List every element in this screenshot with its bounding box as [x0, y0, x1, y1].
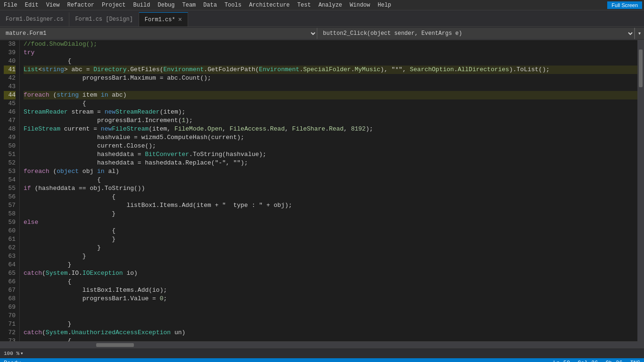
dropdown-right-button[interactable]: ▾ — [635, 28, 644, 39]
status-ch: Ch 26 — [605, 360, 622, 362]
line-number: 67 — [4, 286, 16, 295]
code-line: listBox1.Items.Add(io); — [24, 286, 637, 295]
zoom-dropdown-icon[interactable]: ▾ — [20, 350, 24, 356]
code-line: { — [24, 193, 637, 201]
editor-container: 3839404142434445464748495051525354555657… — [0, 40, 644, 341]
code-line: { — [24, 227, 637, 235]
code-line: catch(System.IO.IOException io) — [24, 269, 637, 278]
zoom-level: 100 % — [4, 351, 19, 356]
vertical-scrollbar[interactable] — [637, 40, 644, 341]
menu-data[interactable]: Data — [199, 1, 221, 9]
code-line: } — [24, 320, 637, 329]
code-line: catch(System.UnauthorizedAccessException… — [24, 329, 637, 337]
line-number: 46 — [4, 108, 16, 116]
line-number: 54 — [4, 176, 16, 184]
line-number: 45 — [4, 99, 16, 108]
code-line: progressBar1.Value = 0; — [24, 295, 637, 303]
line-number: 57 — [4, 201, 16, 210]
h-scrollbar-thumb[interactable] — [96, 343, 134, 347]
line-number: 40 — [4, 57, 16, 66]
class-selector[interactable]: mature.Form1 — [0, 28, 317, 39]
line-number: 64 — [4, 261, 16, 269]
code-line: { — [24, 57, 637, 66]
menu-file[interactable]: File — [0, 1, 21, 9]
menu-tools[interactable]: Tools — [221, 1, 245, 9]
tab-form1-designer[interactable]: Form1.Designer.cs — [0, 12, 69, 26]
scrollbar-thumb[interactable] — [639, 49, 643, 87]
line-number: 59 — [4, 218, 16, 227]
line-number: 60 — [4, 227, 16, 235]
menu-project[interactable]: Project — [98, 1, 129, 9]
status-ln: Ln 58 — [553, 360, 570, 362]
menu-bar: File Edit View Refactor Project Build De… — [0, 0, 644, 10]
line-number: 73 — [4, 337, 16, 341]
menu-test[interactable]: Test — [294, 1, 315, 9]
tab-form1-design[interactable]: Form1.cs [Design] — [69, 12, 139, 26]
menu-build[interactable]: Build — [129, 1, 154, 9]
status-right: Ln 58 Col 26 Ch 26 INS — [553, 360, 640, 362]
line-numbers: 3839404142434445464748495051525354555657… — [0, 40, 20, 341]
code-line: { — [24, 278, 637, 286]
line-number: 63 — [4, 252, 16, 261]
line-number: 68 — [4, 295, 16, 303]
code-line: FileStream current = new FileStream(item… — [24, 125, 637, 133]
h-scrollbar-track[interactable] — [2, 343, 642, 347]
code-line: try — [24, 49, 637, 57]
status-ins: INS — [630, 360, 640, 362]
line-number: 71 — [4, 320, 16, 329]
line-number: 65 — [4, 269, 16, 278]
code-line: } — [24, 252, 637, 261]
code-line: else — [24, 218, 637, 227]
menu-edit[interactable]: Edit — [21, 1, 42, 9]
code-area[interactable]: //food.ShowDialog(); try { List<string> … — [20, 40, 637, 341]
line-number: 50 — [4, 142, 16, 150]
code-line: listBox1.Items.Add(item + " type : " + o… — [24, 201, 637, 210]
line-number: 58 — [4, 210, 16, 218]
bottom-zoom-bar: 100 % ▾ — [0, 348, 644, 358]
menu-architecture[interactable]: Architecture — [245, 1, 293, 9]
menu-analyze[interactable]: Analyze — [314, 1, 346, 9]
line-number: 52 — [4, 159, 16, 167]
menu-team[interactable]: Team — [179, 1, 200, 9]
code-line: List<string> abc = Directory.GetFiles(En… — [24, 66, 637, 74]
code-line: hasheddata = BitConverter.ToString(hashv… — [24, 150, 637, 159]
status-col: Col 26 — [578, 360, 598, 362]
line-number: 56 — [4, 193, 16, 201]
menu-debug[interactable]: Debug — [154, 1, 178, 9]
line-number: 47 — [4, 116, 16, 125]
method-selector[interactable]: button2_Click(object sender, EventArgs e… — [317, 28, 635, 39]
line-number: 41 — [4, 66, 16, 74]
code-line: StreamReader stream = new StreamReader(i… — [24, 108, 637, 116]
code-line: foreach (string item in abc) — [24, 91, 637, 99]
tab-label-design: Form1.cs [Design] — [75, 16, 132, 23]
tab-bar: Form1.Designer.cs Form1.cs [Design] Form… — [0, 10, 644, 27]
fullscreen-button[interactable]: Full Screen — [607, 1, 642, 9]
line-number: 43 — [4, 82, 16, 91]
code-line: hasheddata = hasheddata.Replace("-", "")… — [24, 159, 637, 167]
code-line — [24, 312, 637, 320]
line-number: 53 — [4, 167, 16, 176]
menu-view[interactable]: View — [42, 1, 64, 9]
line-number: 66 — [4, 278, 16, 286]
tab-form1-cs[interactable]: Form1.cs* × — [139, 12, 188, 26]
menu-refactor[interactable]: Refactor — [63, 1, 98, 9]
line-number: 39 — [4, 49, 16, 57]
menu-help[interactable]: Help — [374, 1, 395, 9]
code-line: { — [24, 337, 637, 341]
line-number: 51 — [4, 150, 16, 159]
code-line: progressBar1.Maximum = abc.Count(); — [24, 74, 637, 82]
tab-close-icon[interactable]: × — [178, 16, 182, 23]
line-number: 55 — [4, 184, 16, 193]
line-number: 38 — [4, 40, 16, 49]
menu-window[interactable]: Window — [346, 1, 374, 9]
tab-label-designer: Form1.Designer.cs — [6, 16, 63, 23]
code-line: } — [24, 235, 637, 244]
zoom-control: 100 % ▾ — [4, 350, 24, 356]
line-number: 42 — [4, 74, 16, 82]
line-number: 62 — [4, 244, 16, 252]
code-line: foreach (object obj in al) — [24, 167, 637, 176]
code-line: } — [24, 210, 637, 218]
horizontal-scrollbar[interactable] — [0, 341, 644, 348]
line-number: 61 — [4, 235, 16, 244]
code-line: } — [24, 244, 637, 252]
